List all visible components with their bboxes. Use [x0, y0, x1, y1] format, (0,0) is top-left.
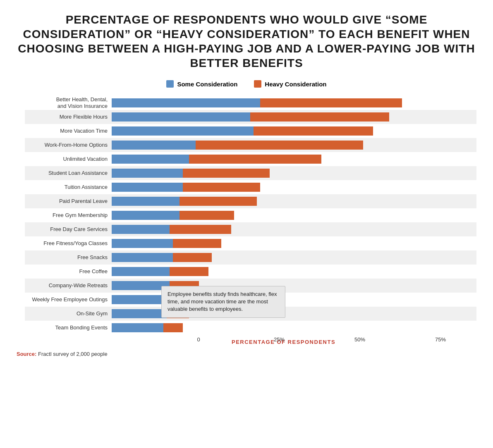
bar-label: Work-From-Home Options	[25, 142, 112, 148]
bar-some	[112, 267, 170, 276]
x-axis-label: 0	[197, 336, 200, 343]
bar-row: Unlimited Vacation	[25, 152, 476, 166]
x-axis-label: 50%	[354, 336, 365, 343]
bar-some	[112, 197, 179, 206]
bar-some	[112, 225, 170, 234]
bar-row: Paid Parental Leave	[25, 194, 476, 208]
legend-some-color	[166, 80, 174, 88]
bar-container	[112, 112, 476, 122]
bar-label: Team Bonding Events	[25, 324, 112, 331]
chart-wrapper: PERCENTAGE OF RESPONDENTS WHO WOULD GIVE…	[17, 12, 476, 357]
tooltip: Employee benefits study finds healthcare…	[161, 286, 285, 318]
bar-label: Paid Parental Leave	[25, 198, 112, 205]
legend-heavy: Heavy Consideration	[254, 80, 326, 88]
bar-heavy	[179, 197, 257, 206]
bar-container	[112, 154, 476, 164]
bar-some	[112, 169, 183, 178]
bar-some	[112, 98, 260, 107]
bar-container	[112, 224, 476, 235]
bar-row: Free Fitness/Yoga Classes	[25, 236, 476, 250]
bar-row: Weekly Free Employee OutingsEmployee ben…	[25, 293, 476, 307]
bar-label: Tuition Assistance	[25, 184, 112, 191]
bar-label: Weekly Free Employee Outings	[25, 296, 112, 303]
bar-container: Employee benefits study finds healthcare…	[112, 294, 476, 305]
bar-row: Team Bonding Events	[25, 321, 476, 335]
bar-label: More Flexible Hours	[25, 114, 112, 120]
bar-heavy	[173, 239, 221, 248]
source-text: Fractl survey of 2,000 people	[38, 351, 108, 357]
bar-row: Free Day Care Services	[25, 222, 476, 236]
bar-row: Tuition Assistance	[25, 180, 476, 194]
bar-label: Unlimited Vacation	[25, 156, 112, 162]
chart-title: PERCENTAGE OF RESPONDENTS WHO WOULD GIVE…	[17, 12, 476, 70]
bar-some	[112, 211, 179, 220]
legend: Some Consideration Heavy Consideration	[17, 80, 476, 88]
bar-row: Free Gym Membership	[25, 208, 476, 222]
bar-container	[112, 168, 476, 179]
bar-heavy	[260, 98, 402, 107]
bar-heavy	[183, 169, 270, 178]
bar-label: Free Coffee	[25, 268, 112, 275]
legend-some-label: Some Consideration	[177, 81, 237, 88]
bar-container	[112, 252, 476, 263]
bar-heavy	[179, 211, 235, 220]
legend-heavy-label: Heavy Consideration	[265, 81, 326, 88]
bar-heavy	[254, 126, 373, 136]
bar-row: Work-From-Home Options	[25, 138, 476, 152]
bar-row: Student Loan Assistance	[25, 166, 476, 180]
bar-label: Better Health, Dental,and Vision Insuran…	[25, 96, 112, 109]
bar-label: More Vacation Time	[25, 128, 112, 134]
bar-heavy	[196, 141, 364, 150]
source-line: Source: Fractl survey of 2,000 people	[17, 351, 476, 357]
x-axis: 025%50%75%100%	[199, 336, 493, 345]
bar-container	[112, 126, 476, 136]
x-axis-label: 75%	[435, 336, 446, 343]
bar-heavy	[170, 267, 208, 276]
bar-container	[112, 210, 476, 221]
source-label: Source:	[17, 351, 36, 357]
bar-some	[112, 183, 183, 192]
bar-some	[112, 126, 254, 136]
bar-row: Better Health, Dental,and Vision Insuran…	[25, 96, 476, 110]
bar-label: On-Site Gym	[25, 310, 112, 317]
bar-row: More Flexible Hours	[25, 110, 476, 124]
bar-some	[112, 309, 167, 318]
bar-some	[112, 112, 250, 122]
bar-row: Free Coffee	[25, 265, 476, 279]
bar-heavy	[170, 225, 231, 234]
x-axis-label: 25%	[274, 336, 285, 343]
bar-some	[112, 253, 173, 262]
bar-some	[112, 323, 163, 332]
bar-container	[112, 140, 476, 150]
bar-some	[112, 141, 196, 150]
bar-container	[112, 196, 476, 207]
bar-label: Company-Wide Retreats	[25, 282, 112, 289]
bar-label: Free Day Care Services	[25, 226, 112, 233]
legend-some: Some Consideration	[166, 80, 237, 88]
bar-container	[112, 182, 476, 193]
bar-label: Student Loan Assistance	[25, 170, 112, 176]
bar-heavy	[250, 112, 389, 122]
bar-label: Free Fitness/Yoga Classes	[25, 240, 112, 247]
bar-container	[112, 322, 476, 333]
bar-row: More Vacation Time	[25, 124, 476, 138]
chart-area: Better Health, Dental,and Vision Insuran…	[25, 96, 476, 335]
bar-some	[112, 239, 173, 248]
bar-row: Free Snacks	[25, 250, 476, 265]
bar-heavy	[163, 323, 183, 332]
bar-label: Free Gym Membership	[25, 212, 112, 219]
bar-heavy	[173, 253, 212, 262]
bar-container	[112, 238, 476, 249]
bar-label: Free Snacks	[25, 254, 112, 261]
bar-container	[112, 98, 476, 108]
bar-heavy	[183, 183, 260, 192]
bar-some	[112, 155, 189, 164]
bar-heavy	[189, 155, 321, 164]
bar-container	[112, 266, 476, 277]
legend-heavy-color	[254, 80, 261, 88]
